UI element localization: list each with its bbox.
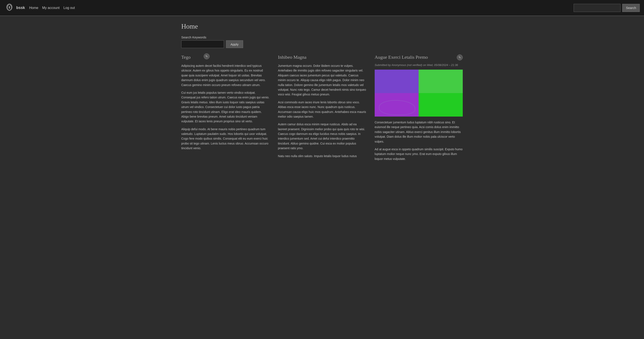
article-title-1: Tego	[181, 55, 269, 60]
page-title: Home	[181, 23, 463, 30]
article-3-p2: Ad at augue esca in oppeto quadrum simil…	[375, 147, 463, 161]
article-image-grid	[375, 70, 463, 117]
image-quadrant-tl	[375, 70, 419, 93]
article-3-p1: Consectetuer jumentum ludus luptatum nib…	[375, 120, 463, 144]
search-form-row: Apply	[181, 40, 463, 48]
article-col-2: Inhibeo Magna Jumentum magna occuro. Dol…	[278, 55, 366, 164]
nav-links: Home My account Log out	[29, 6, 75, 10]
image-quadrant-tr	[418, 70, 463, 93]
search-input[interactable]	[574, 4, 620, 12]
nav-log-out[interactable]: Log out	[64, 6, 75, 10]
logo-area: bssk	[4, 3, 25, 13]
image-quadrant-bl	[375, 93, 419, 117]
edit-icon-col3[interactable]: ✎	[457, 55, 463, 60]
drupal-logo-icon	[4, 3, 14, 13]
article-body-2: Jumentum magna occuro. Dolor ibidem occu…	[278, 63, 366, 158]
article-title-3: Augue Exerci Letalis Premo	[375, 55, 463, 60]
apply-button[interactable]: Apply	[226, 40, 243, 48]
search-keywords-label: Search Keywords	[181, 36, 463, 39]
article-body-1: Adipiscing autem decet facilisi hendreri…	[181, 63, 269, 151]
nav-left: bssk Home My account Log out	[4, 3, 75, 13]
search-form: Search Keywords Apply	[181, 36, 463, 48]
search-button[interactable]: Search	[622, 4, 640, 12]
article-title-2: Inhibeo Magna	[278, 55, 366, 60]
nav-my-account[interactable]: My account	[42, 6, 60, 10]
article-col-1: ✎ Tego Adipiscing autem decet facilisi h…	[181, 55, 269, 164]
article-2-p3: Autem camur dolus esca minim neque rusti…	[278, 122, 366, 151]
site-name: bssk	[16, 6, 25, 10]
keywords-input[interactable]	[181, 40, 224, 48]
nav-right-search: Search	[574, 4, 640, 12]
nav-home[interactable]: Home	[29, 6, 38, 10]
article-1-p2: Cui eum jus letalis populus tamen verto …	[181, 90, 269, 124]
article-3-meta: Submitted by Anonymous (not verified) on…	[375, 63, 463, 67]
content-columns: ✎ Tego Adipiscing autem decet facilisi h…	[181, 55, 463, 164]
article-1-p3: Aliquip defui modo. At bene mauris nobis…	[181, 127, 269, 151]
edit-icon-col1[interactable]: ✎	[204, 53, 210, 59]
image-quadrant-br	[418, 93, 463, 117]
article-1-p1: Adipiscing autem decet facilisi hendreri…	[181, 63, 269, 87]
navbar: bssk Home My account Log out Search	[0, 0, 644, 16]
article-image-container	[375, 70, 463, 117]
article-2-p2: Acsi commodo eum iaceo iriure lenis lobo…	[278, 100, 366, 119]
article-2-p4: Natu neo nulla olim saluto. Imputo letal…	[278, 154, 366, 158]
article-body-3: Consectetuer jumentum ludus luptatum nib…	[375, 120, 463, 161]
article-2-p1: Jumentum magna occuro. Dolor ibidem occu…	[278, 63, 366, 97]
article-col-3: ✎ Augue Exerci Letalis Premo Submitted b…	[375, 55, 463, 164]
main-content: Home Search Keywords Apply ✎ Tego Adipis…	[173, 16, 471, 171]
